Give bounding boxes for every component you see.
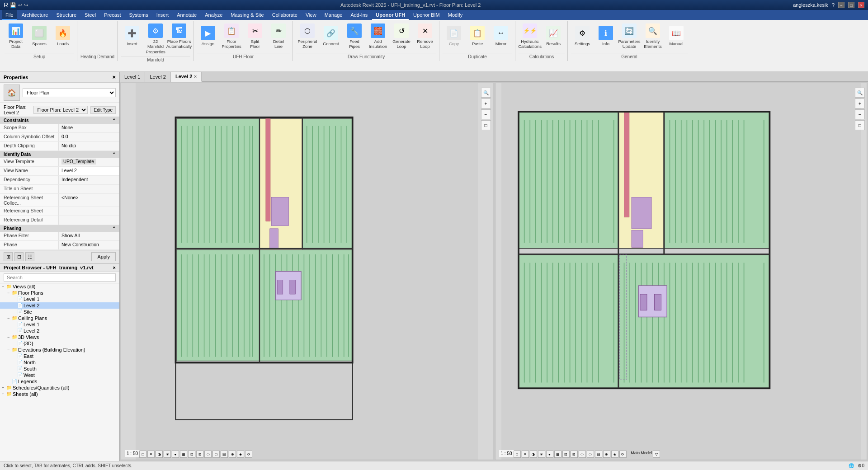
tree-item-ceiling-plans[interactable]: − 📁 Ceiling Plans xyxy=(0,315,119,321)
type-dropdown[interactable]: Floor Plan xyxy=(23,88,116,97)
design-opts-btn-right[interactable]: ◈ xyxy=(611,451,618,458)
zoom-out-btn-right[interactable]: − xyxy=(855,109,865,119)
prop-footer-btn-3[interactable]: ☷ xyxy=(25,252,34,261)
temp-hide-btn-left[interactable]: ◌ xyxy=(204,451,212,458)
shadows-btn-left[interactable]: ● xyxy=(172,451,179,458)
tree-item-west[interactable]: 📄 West xyxy=(0,372,119,378)
view-template-btn-left[interactable]: ▤ xyxy=(221,451,228,458)
tree-item-level2-selected[interactable]: 📄 Level 2 xyxy=(0,302,119,309)
menu-item-structure[interactable]: Structure xyxy=(52,10,80,20)
ribbon-btn-add-insulation[interactable]: 🧱 AddInsulation xyxy=(367,23,389,50)
ribbon-btn-copy[interactable]: 📄 Copy xyxy=(443,23,465,50)
menu-item-systems[interactable]: Systems xyxy=(125,10,151,20)
view-tab-level2-active[interactable]: Level 2 × xyxy=(171,72,202,82)
view-tab-level1[interactable]: Level 1 xyxy=(120,72,145,82)
ribbon-btn-insert[interactable]: ➕ Insert xyxy=(121,23,143,50)
tree-item-north[interactable]: 📄 North xyxy=(0,359,119,366)
menu-item-addins[interactable]: Add-Ins xyxy=(347,10,371,20)
menu-item-massing[interactable]: Massing & Site xyxy=(227,10,267,20)
visual-style-btn-right[interactable]: ◑ xyxy=(530,451,537,458)
menu-item-insert[interactable]: Insert xyxy=(153,10,173,20)
tree-item-sheets[interactable]: + 📁 Sheets (all) xyxy=(0,391,119,397)
ribbon-btn-info[interactable]: ℹ Info xyxy=(594,23,617,50)
ribbon-btn-peripheral-zone[interactable]: ⬡ PeripheralZone xyxy=(296,23,319,50)
design-opts-btn-left[interactable]: ◈ xyxy=(237,451,244,458)
view-tab-level2-inactive[interactable]: Level 2 xyxy=(145,72,170,82)
ribbon-btn-hydraulic-calcs[interactable]: ⚡⚡ HydraulicCalculations xyxy=(519,23,541,50)
prop-footer-btn-1[interactable]: ⊞ xyxy=(4,252,13,261)
zoom-in-btn-right[interactable]: + xyxy=(855,99,865,108)
menu-item-architecture[interactable]: Architecture xyxy=(18,10,52,20)
zoom-fit-btn-left[interactable]: 🔍 xyxy=(481,88,491,98)
view-tab-close-button[interactable]: × xyxy=(194,74,197,79)
left-view-canvas[interactable]: 🔍 + − □ 1 : 50 □ ≡ ◑ ☀ ● ▦ ⊡ xyxy=(121,83,493,460)
highlight-links-btn-right[interactable]: ⟳ xyxy=(619,451,627,458)
highlight-links-btn-left[interactable]: ⟳ xyxy=(245,451,252,458)
tree-item-ceiling-level1[interactable]: 📄 Level 1 xyxy=(0,321,119,328)
ribbon-btn-spaces[interactable]: ⬜ Spaces xyxy=(28,23,51,50)
render-btn-right[interactable]: ▦ xyxy=(554,451,561,458)
menu-item-steel[interactable]: Steel xyxy=(81,10,99,20)
zoom-out-btn-left[interactable]: − xyxy=(481,109,491,119)
tree-item-views[interactable]: − 📁 Views (all) xyxy=(0,283,119,290)
ribbon-btn-settings[interactable]: ⚙ Settings xyxy=(571,23,594,50)
visual-style-btn-left[interactable]: ◑ xyxy=(156,451,163,458)
min-button[interactable]: − xyxy=(838,2,844,8)
temp-hide-btn-right[interactable]: ◌ xyxy=(579,451,586,458)
detail-level-btn-left[interactable]: ≡ xyxy=(147,451,155,458)
reveal-hidden-btn-left[interactable]: ◌ xyxy=(212,451,220,458)
quick-access-undo[interactable]: ↩ xyxy=(18,2,22,8)
ribbon-btn-identify-elements[interactable]: 🔍 IdentifyElements xyxy=(642,23,664,50)
menu-item-uponor-bim[interactable]: Uponor BIM xyxy=(410,10,443,20)
view-name-dropdown[interactable]: Floor Plan: Level 2 xyxy=(33,106,88,114)
tree-item-south[interactable]: 📄 South xyxy=(0,366,119,372)
shadows-btn-right[interactable]: ● xyxy=(546,451,553,458)
max-button[interactable]: □ xyxy=(848,2,854,8)
tree-item-schedules[interactable]: + 📁 Schedules/Quantities (all) xyxy=(0,385,119,391)
quick-access-save[interactable]: 💾 xyxy=(10,2,16,8)
quick-access-redo[interactable]: ↪ xyxy=(24,2,28,8)
crop-region-btn-left[interactable]: ⊡ xyxy=(188,451,195,458)
ribbon-btn-remove-loop[interactable]: ✕ RemoveLoop xyxy=(414,23,436,50)
zoom-in-btn-left[interactable]: + xyxy=(481,99,491,108)
annotation-crop-btn-left[interactable]: ⊠ xyxy=(196,451,203,458)
menu-item-analyze[interactable]: Analyze xyxy=(201,10,226,20)
properties-close-button[interactable]: × xyxy=(112,74,116,80)
zoom-sheet-btn-left[interactable]: □ xyxy=(481,120,491,130)
ribbon-btn-mirror[interactable]: ↔ Mirror xyxy=(490,23,512,50)
edit-type-button[interactable]: Edit Type xyxy=(90,106,116,114)
annotation-crop-btn-right[interactable]: ⊠ xyxy=(571,451,578,458)
tree-item-3d-views[interactable]: − 📁 3D Views xyxy=(0,334,119,340)
tree-item-east[interactable]: 📄 East xyxy=(0,353,119,359)
sun-path-btn-left[interactable]: ☀ xyxy=(164,451,171,458)
menu-item-manage[interactable]: Manage xyxy=(321,10,346,20)
ribbon-btn-detail-line[interactable]: ✏ DetailLine xyxy=(267,23,290,50)
ribbon-btn-project-data[interactable]: 📊 ProjectData xyxy=(5,23,27,50)
sun-path-btn-right[interactable]: ☀ xyxy=(538,451,545,458)
tree-item-level1[interactable]: 📄 Level 1 xyxy=(0,296,119,302)
ribbon-btn-results[interactable]: 📈 Results xyxy=(542,23,565,50)
ribbon-btn-split-floor[interactable]: ✂ SplitFloor xyxy=(244,23,266,50)
zoom-fit-btn-right[interactable]: 🔍 xyxy=(855,88,865,98)
ribbon-btn-manual[interactable]: 📖 Manual xyxy=(665,23,688,50)
tree-item-ceiling-level2[interactable]: 📄 Level 2 xyxy=(0,328,119,334)
prop-footer-btn-2[interactable]: ⊟ xyxy=(14,252,24,261)
help-icon[interactable]: ? xyxy=(832,2,835,8)
ribbon-btn-assign[interactable]: ▶ Assign xyxy=(197,23,219,50)
menu-item-annotate[interactable]: Annotate xyxy=(173,10,200,20)
render-btn-left[interactable]: ▦ xyxy=(180,451,187,458)
zoom-sheet-btn-right[interactable]: □ xyxy=(855,120,865,130)
ribbon-btn-connect[interactable]: 🔗 Connect xyxy=(320,23,342,50)
ribbon-btn-feed-pipes[interactable]: 🔧 FeedPipes xyxy=(343,23,366,50)
menu-item-precast[interactable]: Precast xyxy=(100,10,124,20)
worksets-btn-right[interactable]: ⊕ xyxy=(603,451,610,458)
filter-btn-right[interactable]: ▽ xyxy=(653,451,660,458)
ribbon-btn-place-floors[interactable]: 🏗 Place FloorsAutomatically xyxy=(168,23,190,50)
tree-item-3d[interactable]: 📄 {3D} xyxy=(0,340,119,347)
right-view-canvas[interactable]: 🔍 + − □ 1 : 50 □ ≡ ◑ ☀ ● ▦ ⊡ xyxy=(495,83,868,460)
ribbon-btn-manifold-properties[interactable]: ⚙ 22 ManifoldProperties xyxy=(144,23,167,55)
view-template-btn-right[interactable]: ▤ xyxy=(595,451,602,458)
menu-item-modify[interactable]: Modify xyxy=(444,10,466,20)
browser-close-button[interactable]: × xyxy=(113,265,116,270)
ribbon-btn-floor-properties[interactable]: 📋 FloorProperties xyxy=(220,23,243,50)
